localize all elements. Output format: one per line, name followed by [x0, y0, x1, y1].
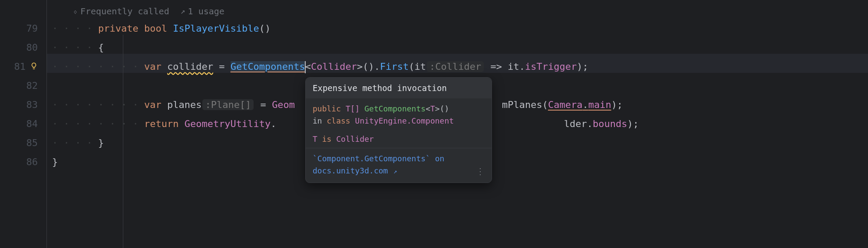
line-number: 86 [26, 153, 38, 172]
inline-hint: :Plane[] [202, 99, 254, 110]
line-number: 82 [26, 76, 38, 95]
usage-arrow-icon: ↗ [181, 3, 185, 19]
camera-main-link[interactable]: Camera.main [548, 99, 611, 110]
inspection-tooltip: Expensive method invocation public T[] G… [305, 77, 492, 183]
code-line[interactable]: · · · · private bool IsPlayerVisible() [52, 19, 868, 38]
code-lens: ⬨ Frequently called ↗ 1 usage [52, 3, 868, 19]
tooltip-body: public T[] GetComponents<T>() in class U… [306, 98, 492, 148]
external-link-icon: ↗ [393, 168, 397, 175]
line-number: 83 [26, 95, 38, 114]
more-options-icon[interactable]: ⋮ [476, 165, 485, 177]
line-number: 84 [26, 114, 38, 134]
line-number: 80 [26, 38, 38, 57]
lightbulb-icon[interactable] [30, 57, 38, 76]
code-editor: 79 80 81 82 83 84 85 86 ⬨ Frequently cal… [0, 0, 868, 248]
line-number: 79 [26, 19, 38, 38]
code-area[interactable]: ⬨ Frequently called ↗ 1 usage · · · · pr… [47, 0, 868, 248]
usages-label: 1 usage [188, 3, 224, 19]
fire-icon: ⬨ [73, 3, 78, 19]
code-line[interactable]: · · · · · · · · var collider = GetCompon… [52, 57, 868, 76]
line-number: 85 [26, 134, 38, 153]
get-components-call[interactable]: GetComponents [231, 61, 305, 72]
doc-link[interactable]: `Component.GetComponents` on docs.unity3… [313, 153, 444, 177]
line-number: 81 [14, 57, 26, 76]
collider-variable[interactable]: collider [167, 61, 213, 72]
tooltip-title: Expensive method invocation [306, 78, 492, 98]
gutter: 79 80 81 82 83 84 85 86 [0, 0, 47, 248]
usages-annotation[interactable]: ↗ 1 usage [181, 3, 224, 19]
code-line[interactable]: · · · · { [52, 38, 868, 57]
inline-hint: :Collider [427, 61, 484, 72]
frequently-called-annotation[interactable]: ⬨ Frequently called [73, 3, 169, 19]
frequently-called-label: Frequently called [80, 3, 169, 19]
indent-guide [123, 35, 123, 248]
